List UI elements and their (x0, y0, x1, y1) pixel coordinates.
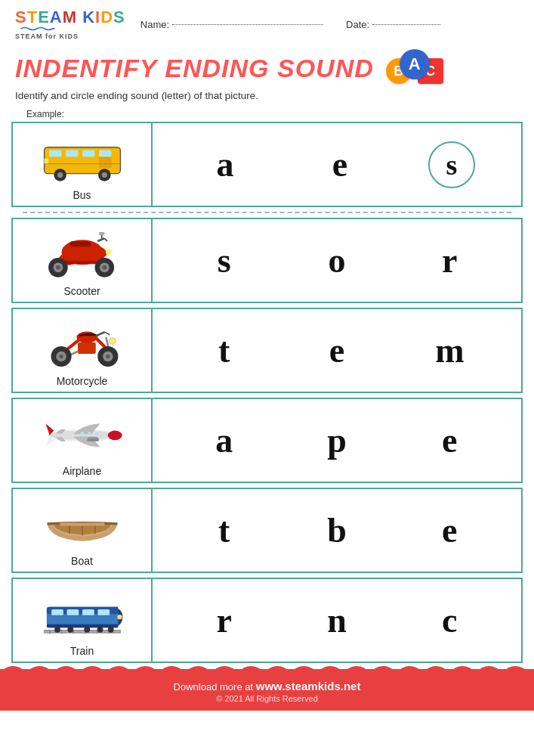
logo: STEAM KIDS STEAM for KIDS (15, 9, 125, 40)
svg-rect-27 (99, 232, 104, 235)
example-img-cell: Bus (13, 123, 153, 206)
svg-rect-12 (44, 158, 48, 163)
svg-rect-3 (66, 150, 79, 156)
main-title: INDENTIFY ENDING SOUND (15, 54, 374, 83)
logo-letter-s: S (15, 8, 27, 26)
svg-point-21 (56, 265, 60, 270)
svg-point-71 (117, 615, 122, 619)
question-row-1: Scooter s o r (11, 218, 523, 303)
q5-option-3: c (423, 600, 476, 640)
question-row-2: Motorcycle t e m (11, 308, 523, 393)
bus-image (41, 129, 124, 186)
svg-line-31 (104, 332, 110, 334)
q3-option-3: e (423, 420, 476, 460)
q2-option-1: t (198, 330, 251, 370)
svg-rect-50 (60, 522, 104, 525)
q3-options: a p e (153, 399, 521, 482)
q2-options: t e m (153, 309, 521, 392)
svg-rect-5 (99, 150, 112, 156)
svg-point-70 (107, 627, 113, 633)
name-field: Name: (140, 19, 323, 30)
worksheet-area: Example: (0, 107, 534, 663)
logo-wave (15, 26, 60, 31)
footer: Download more at www.steamkids.net © 202… (0, 669, 534, 711)
q5-option-2: n (310, 600, 363, 640)
scooter-label: Scooter (63, 285, 100, 297)
logo-steamkids: STEAM KIDS (15, 9, 125, 26)
name-label: Name: (140, 19, 169, 30)
q3-option-1: a (198, 420, 251, 460)
footer-download-label: Download more at (174, 681, 256, 692)
name-date-area: Name: Date: (140, 19, 519, 30)
motorcycle-img-cell: Motorcycle (13, 309, 153, 392)
svg-rect-63 (82, 609, 94, 615)
scooter-img-cell: Scooter (13, 219, 153, 302)
abc-badges: B A C (386, 49, 439, 87)
scooter-image (41, 225, 124, 282)
badge-a: A (400, 49, 430, 79)
svg-point-41 (107, 431, 122, 441)
date-input-line (372, 24, 440, 25)
svg-rect-6 (99, 157, 112, 169)
logo-subtitle: STEAM for KIDS (15, 33, 79, 40)
logo-letter-a: A (50, 8, 63, 26)
svg-point-9 (57, 172, 63, 178)
q2-option-2: e (310, 330, 363, 370)
footer-copyright: © 2021 All Rights Reserved (8, 694, 526, 703)
q4-options: t b e (153, 489, 521, 572)
q4-option-2: b (310, 510, 363, 550)
svg-rect-4 (82, 150, 95, 156)
logo-letter-t: T (27, 8, 38, 26)
logo-letter-s2: S (113, 8, 125, 26)
title-section: INDENTIFY ENDING SOUND B A C (0, 45, 534, 90)
question-row-3: Airplane a p e (11, 398, 523, 483)
footer-url: www.steamkids.net (256, 680, 361, 692)
svg-point-44 (80, 432, 84, 435)
train-img-cell: Train (13, 579, 153, 662)
logo-letter-k: K (82, 8, 95, 26)
svg-point-35 (59, 355, 63, 358)
question-row-4: Boat t b e (11, 488, 523, 573)
svg-point-11 (101, 172, 106, 178)
subtitle: Identify and circle ending sound (letter… (0, 90, 534, 107)
q4-option-1: t (198, 510, 251, 550)
svg-line-17 (104, 238, 107, 241)
svg-line-30 (95, 332, 104, 336)
svg-line-16 (97, 238, 104, 241)
example-vehicle-label: Bus (73, 189, 91, 201)
train-image (41, 585, 124, 642)
q5-option-1: r (198, 600, 251, 640)
q4-option-3: e (423, 510, 476, 550)
svg-rect-15 (69, 241, 91, 246)
q1-options: s o r (153, 219, 521, 302)
footer-wave (0, 660, 534, 672)
svg-point-42 (95, 432, 99, 436)
example-options: a e s (153, 123, 521, 206)
q3-option-2: p (310, 420, 363, 460)
q2-option-3: m (423, 330, 476, 370)
example-row: Bus a e s (11, 122, 523, 207)
svg-rect-2 (49, 150, 62, 156)
page-header: STEAM KIDS STEAM for KIDS Name: Date: (0, 0, 534, 45)
logo-letter-e: E (38, 8, 50, 26)
svg-point-38 (106, 355, 110, 358)
svg-point-39 (109, 338, 115, 344)
example-label: Example: (11, 107, 523, 122)
boat-image (41, 495, 124, 552)
logo-letter-d: D (100, 8, 113, 26)
option-a: a (199, 144, 252, 184)
logo-letter-m: M (63, 8, 82, 26)
option-e: e (313, 144, 366, 184)
svg-point-68 (84, 627, 90, 633)
boat-label: Boat (71, 555, 93, 567)
svg-rect-46 (87, 439, 99, 442)
svg-point-67 (67, 627, 73, 633)
svg-point-69 (97, 627, 103, 633)
svg-rect-28 (78, 342, 96, 354)
train-label: Train (70, 645, 94, 657)
motorcycle-label: Motorcycle (57, 375, 108, 387)
motorcycle-image (41, 315, 124, 372)
q1-option-1: s (198, 240, 251, 280)
q1-option-3: r (423, 240, 476, 280)
date-field: Date: (346, 19, 440, 30)
